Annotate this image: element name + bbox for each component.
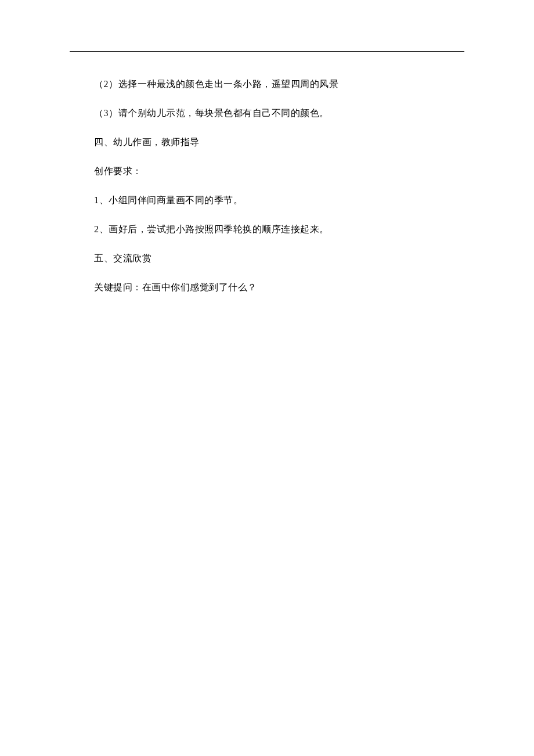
section-heading-5: 五、交流欣赏 — [70, 251, 464, 265]
paragraph-key-question: 关键提问：在画中你们感觉到了什么？ — [70, 280, 464, 294]
paragraph-requirement-1: 1、小组同伴间商量画不同的季节。 — [70, 193, 464, 207]
document-page: （2）选择一种最浅的颜色走出一条小路，遥望四周的风景 （3）请个别幼儿示范，每块… — [0, 0, 534, 294]
paragraph-item-3: （3）请个别幼儿示范，每块景色都有自己不同的颜色。 — [70, 106, 464, 120]
paragraph-requirements-label: 创作要求： — [70, 164, 464, 178]
paragraph-requirement-2: 2、画好后，尝试把小路按照四季轮换的顺序连接起来。 — [70, 222, 464, 236]
paragraph-item-2: （2）选择一种最浅的颜色走出一条小路，遥望四周的风景 — [70, 77, 464, 91]
header-divider — [70, 51, 464, 52]
section-heading-4: 四、幼儿作画，教师指导 — [70, 135, 464, 149]
